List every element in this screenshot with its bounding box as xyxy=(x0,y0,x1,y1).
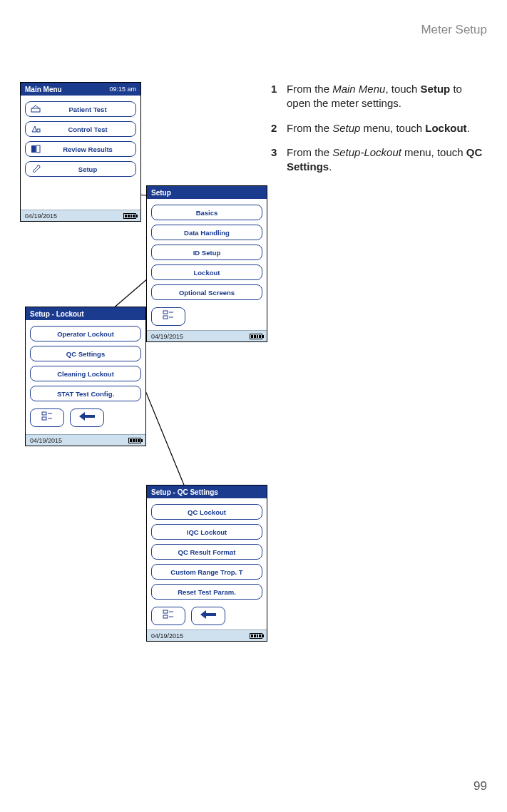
svg-rect-9 xyxy=(42,417,46,420)
menu-cleaning-lockout-label: Cleaning Lockout xyxy=(35,370,136,378)
step-3-text: From the Setup-Lockout menu, touch QC Se… xyxy=(287,145,485,175)
main-menu-title: Main Menu xyxy=(25,86,62,93)
home-icon xyxy=(41,411,53,425)
menu-id-setup[interactable]: ID Setup xyxy=(151,245,262,260)
svg-rect-0 xyxy=(31,108,40,112)
menu-review-results[interactable]: Review Results xyxy=(25,141,136,157)
step-1: 1 From the Main Menu, touch Setup to ope… xyxy=(271,82,485,111)
menu-operator-lockout[interactable]: Operator Lockout xyxy=(30,326,141,341)
home-icon xyxy=(162,309,175,324)
step-2-pre: From the xyxy=(287,122,332,134)
main-menu-titlebar: Main Menu 09:15 am xyxy=(21,83,140,96)
menu-reset-test-param[interactable]: Reset Test Param. xyxy=(151,584,262,600)
svg-rect-3 xyxy=(36,145,40,153)
patient-icon xyxy=(30,104,41,114)
step-2-strong: Lockout xyxy=(425,122,466,134)
setup-titlebar: Setup xyxy=(147,186,267,199)
arrow-left-icon xyxy=(200,610,216,622)
step-3-post: . xyxy=(329,160,332,173)
menu-iqc-lockout-label: IQC Lockout xyxy=(156,528,257,536)
menu-basics-label: Basics xyxy=(156,209,257,217)
setup-qc-titlebar: Setup - QC Settings xyxy=(147,485,267,498)
arrow-left-icon xyxy=(79,411,95,424)
setup-lockout-date: 04/19/2015 xyxy=(30,437,62,444)
step-1-text: From the Main Menu, touch Setup to open … xyxy=(287,82,485,111)
home-icon xyxy=(162,609,175,623)
step-3: 3 From the Setup-Lockout menu, touch QC … xyxy=(271,145,485,175)
setup-lockout-screen: Setup - Lockout Operator Lockout QC Sett… xyxy=(25,307,146,446)
menu-stat-test-config[interactable]: STAT Test Config. xyxy=(30,386,141,401)
step-1-em: Main Menu xyxy=(332,83,385,95)
control-icon xyxy=(30,124,41,134)
menu-operator-lockout-label: Operator Lockout xyxy=(35,330,136,338)
setup-qc-statusbar: 04/19/2015 xyxy=(147,629,267,641)
setup-screen: Setup Basics Data Handling ID Setup Lock… xyxy=(146,185,267,342)
menu-stat-test-config-label: STAT Test Config. xyxy=(35,390,136,398)
setup-qc-date: 04/19/2015 xyxy=(151,632,183,639)
battery-icon xyxy=(250,633,262,639)
menu-lockout-label: Lockout xyxy=(156,269,257,277)
setup-qc-title: Setup - QC Settings xyxy=(151,488,218,496)
menu-control-test[interactable]: Control Test xyxy=(25,121,136,137)
setup-qc-settings-screen: Setup - QC Settings QC Lockout IQC Locko… xyxy=(146,485,267,642)
instruction-steps: 1 From the Main Menu, touch Setup to ope… xyxy=(271,82,485,184)
menu-data-handling-label: Data Handling xyxy=(156,229,257,237)
menu-basics[interactable]: Basics xyxy=(151,205,262,220)
wrench-icon xyxy=(30,164,41,174)
menu-lockout[interactable]: Lockout xyxy=(151,264,262,280)
home-button[interactable] xyxy=(30,408,64,427)
svg-rect-5 xyxy=(163,316,168,319)
battery-icon xyxy=(128,438,141,443)
menu-cleaning-lockout[interactable]: Cleaning Lockout xyxy=(30,366,141,381)
menu-patient-test[interactable]: Patient Test xyxy=(25,101,136,117)
step-2-mid: menu, touch xyxy=(360,122,425,134)
menu-data-handling[interactable]: Data Handling xyxy=(151,225,262,240)
page: { "breadcrumb": "Meter Setup", "page_num… xyxy=(0,0,507,812)
step-2-text: From the Setup menu, touch Lockout. xyxy=(287,121,485,135)
menu-qc-result-format[interactable]: QC Result Format xyxy=(151,544,262,560)
menu-qc-settings[interactable]: QC Settings xyxy=(30,346,141,361)
menu-review-results-label: Review Results xyxy=(44,145,131,153)
menu-iqc-lockout[interactable]: IQC Lockout xyxy=(151,524,262,540)
menu-setup-label: Setup xyxy=(44,165,131,173)
menu-qc-settings-label: QC Settings xyxy=(35,350,136,358)
menu-reset-test-param-label: Reset Test Param. xyxy=(156,588,257,596)
home-button[interactable] xyxy=(151,607,185,625)
setup-lockout-title: Setup - Lockout xyxy=(30,310,84,318)
svg-rect-12 xyxy=(163,610,168,613)
home-button[interactable] xyxy=(151,307,185,326)
main-menu-statusbar: 04/19/2015 xyxy=(21,210,140,221)
step-3-mid: menu, touch xyxy=(401,146,466,158)
breadcrumb: Meter Setup xyxy=(421,23,487,37)
back-button[interactable] xyxy=(191,607,225,625)
svg-rect-1 xyxy=(37,129,40,132)
step-2-number: 2 xyxy=(271,121,287,135)
setup-lockout-titlebar: Setup - Lockout xyxy=(26,307,145,320)
menu-id-setup-label: ID Setup xyxy=(156,249,257,257)
menu-qc-lockout-label: QC Lockout xyxy=(156,508,257,516)
main-menu-screen: Main Menu 09:15 am Patient Test Control … xyxy=(20,82,141,222)
step-3-pre: From the xyxy=(287,146,332,158)
step-2-post: . xyxy=(467,122,470,134)
svg-rect-4 xyxy=(163,311,168,314)
main-menu-date: 04/19/2015 xyxy=(25,212,57,220)
menu-custom-range-trop-t[interactable]: Custom Range Trop. T xyxy=(151,564,262,580)
step-3-number: 3 xyxy=(271,145,287,175)
menu-qc-lockout[interactable]: QC Lockout xyxy=(151,504,262,520)
battery-icon xyxy=(250,334,262,339)
step-1-mid: , touch xyxy=(385,83,420,95)
setup-date: 04/19/2015 xyxy=(151,333,183,340)
back-button[interactable] xyxy=(70,408,104,427)
menu-custom-range-trop-t-label: Custom Range Trop. T xyxy=(156,568,257,576)
menu-qc-result-format-label: QC Result Format xyxy=(156,548,257,556)
step-2: 2 From the Setup menu, touch Lockout. xyxy=(271,121,485,135)
menu-optional-screens[interactable]: Optional Screens xyxy=(151,284,262,300)
menu-optional-screens-label: Optional Screens xyxy=(156,289,257,297)
review-icon xyxy=(30,144,41,154)
menu-control-test-label: Control Test xyxy=(44,125,131,133)
step-3-em: Setup-Lockout xyxy=(332,146,401,158)
step-1-strong: Setup xyxy=(421,83,451,95)
page-number: 99 xyxy=(473,779,487,793)
menu-setup[interactable]: Setup xyxy=(25,161,136,177)
setup-statusbar: 04/19/2015 xyxy=(147,330,267,341)
